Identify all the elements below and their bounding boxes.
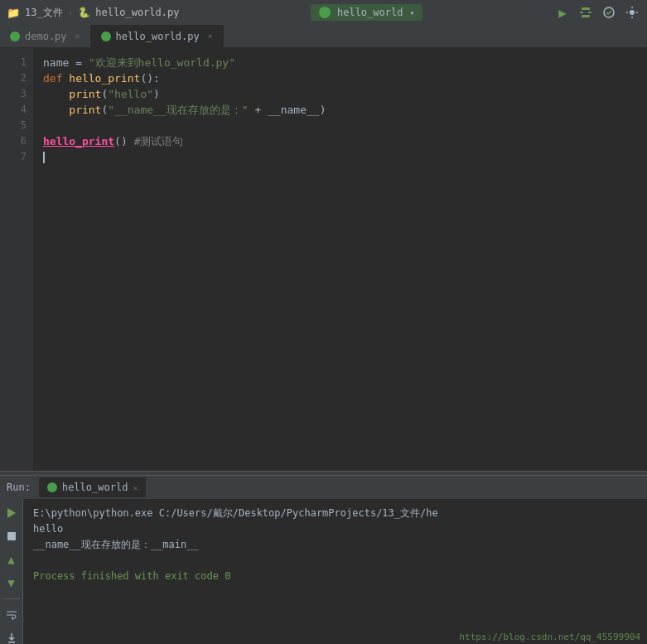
- code-token: [43, 86, 69, 102]
- run-tab-bar: Run: hello_world ✕: [0, 476, 647, 499]
- tab-hello-close[interactable]: ✕: [208, 31, 213, 41]
- output-success-text: Process finished with exit code 0: [33, 569, 230, 584]
- settings-button[interactable]: [624, 4, 640, 21]
- run-button[interactable]: ▶: [554, 4, 571, 21]
- output-hello-line: hello: [33, 521, 637, 537]
- coverage-button[interactable]: [601, 4, 617, 21]
- output-path-text: E:\python\python.exe C:/Users/戴尔/Desktop…: [33, 506, 438, 521]
- code-token: print: [69, 86, 101, 102]
- line-num-5: 5: [0, 118, 27, 133]
- code-token: hello_print: [69, 70, 140, 86]
- file-icon: 🐍: [78, 7, 90, 18]
- run-config-selector[interactable]: hello_world ▾: [311, 4, 423, 21]
- title-bar-left: 📁 13_文件 › 🐍 hello_world.py: [7, 6, 179, 20]
- output-path-line: E:\python\python.exe C:/Users/戴尔/Desktop…: [33, 506, 637, 521]
- code-line-4: print ( "__name__现在存放的是：" + __name__ ): [43, 102, 647, 118]
- pin-button[interactable]: [2, 629, 21, 644]
- svg-rect-0: [582, 7, 590, 10]
- svg-rect-1: [580, 12, 583, 13]
- line-num-7: 7: [0, 149, 27, 165]
- title-bar-actions: ▶: [554, 4, 640, 21]
- text-cursor: [43, 152, 45, 163]
- code-line-2: def hello_print ():: [43, 70, 647, 86]
- run-label: Run:: [7, 482, 31, 493]
- title-bar: 📁 13_文件 › 🐍 hello_world.py hello_world ▾…: [0, 0, 647, 25]
- line-numbers: 1 2 3 4 5 6 7: [0, 48, 33, 471]
- run-toolbar: ▲ ▼: [0, 499, 23, 644]
- divider: [3, 598, 20, 599]
- run-config-label: hello_world: [337, 7, 403, 18]
- chevron-down-icon: ▾: [409, 8, 414, 17]
- bottom-url: https://blog.csdn.net/qq_45599904: [459, 632, 640, 642]
- code-token: "欢迎来到hello_world.py": [89, 55, 235, 70]
- run-panel: Run: hello_world ✕ ▲ ▼: [0, 476, 647, 644]
- code-token: hello_print: [43, 133, 114, 149]
- code-line-1: name = "欢迎来到hello_world.py": [43, 55, 647, 70]
- svg-rect-7: [7, 532, 16, 540]
- code-token: "hello": [108, 86, 153, 102]
- output-name-line: __name__现在存放的是：__main__: [33, 537, 637, 553]
- tab-demo-close[interactable]: ✕: [75, 31, 80, 41]
- separator: ›: [68, 7, 74, 18]
- code-token: [128, 133, 134, 149]
- output-name-text: __name__现在存放的是：__main__: [33, 537, 199, 553]
- stop-button[interactable]: [2, 527, 21, 545]
- line-num-2: 2: [0, 70, 27, 86]
- line-num-6: 6: [0, 133, 27, 149]
- output-success-line: Process finished with exit code 0: [33, 569, 637, 584]
- line-num-4: 4: [0, 102, 27, 118]
- code-token: #测试语句: [134, 133, 184, 149]
- output-hello-text: hello: [33, 521, 63, 537]
- run-body: ▲ ▼: [0, 499, 647, 644]
- soft-wrap-button[interactable]: [2, 606, 21, 624]
- code-line-5: [43, 118, 647, 133]
- code-token: [62, 70, 69, 86]
- bottom-bar: https://blog.csdn.net/qq_45599904: [452, 630, 647, 644]
- code-token: ():: [140, 70, 159, 86]
- folder-icon: 📁: [7, 7, 20, 19]
- rerun-button[interactable]: [2, 504, 21, 522]
- file-name: hello_world.py: [95, 7, 179, 18]
- code-token: __name__: [268, 102, 320, 118]
- code-line-7: [43, 149, 647, 165]
- tab-bar: demo.py ✕ hello_world.py ✕: [0, 25, 647, 48]
- svg-point-5: [630, 10, 635, 15]
- code-editor[interactable]: name = "欢迎来到hello_world.py" def hello_pr…: [33, 48, 647, 471]
- code-token: ): [153, 86, 160, 102]
- code-token: (: [101, 102, 108, 118]
- svg-rect-2: [588, 12, 591, 13]
- line-num-3: 3: [0, 86, 27, 102]
- code-token: [43, 102, 69, 118]
- tab-demo-icon: [10, 31, 20, 41]
- code-token: ): [320, 102, 326, 118]
- svg-rect-3: [582, 15, 590, 17]
- run-output: E:\python\python.exe C:/Users/戴尔/Desktop…: [23, 499, 647, 644]
- code-token: (): [114, 133, 128, 149]
- run-tab-close[interactable]: ✕: [133, 483, 138, 492]
- editor-area[interactable]: 1 2 3 4 5 6 7 name = "欢迎来到hello_world.py…: [0, 48, 647, 471]
- line-num-1: 1: [0, 55, 27, 70]
- code-token: +: [249, 102, 268, 118]
- debug-button[interactable]: [577, 4, 594, 21]
- code-line-6: hello_print () #测试语句: [43, 133, 647, 149]
- folder-name: 13_文件: [25, 6, 63, 20]
- tab-hello-label: hello_world.py: [116, 31, 200, 42]
- code-token: name: [43, 55, 69, 70]
- tab-demo-py[interactable]: demo.py ✕: [0, 25, 91, 47]
- run-tab-label: hello_world: [62, 482, 128, 493]
- code-token: print: [69, 102, 101, 118]
- code-token: "__name__现在存放的是：": [108, 102, 248, 118]
- code-line-3: print ( "hello" ): [43, 86, 647, 102]
- run-tab-hello-world[interactable]: hello_world ✕: [39, 477, 147, 497]
- scroll-down-button[interactable]: ▼: [2, 574, 21, 592]
- code-token: (: [101, 86, 108, 102]
- code-token: =: [69, 55, 88, 70]
- run-config-icon: [319, 7, 331, 18]
- run-tab-icon: [47, 482, 57, 492]
- scroll-up-button[interactable]: ▲: [2, 550, 21, 569]
- svg-marker-6: [7, 508, 16, 518]
- output-blank-line: [33, 553, 637, 569]
- tab-hello-world-py[interactable]: hello_world.py ✕: [91, 25, 224, 47]
- tab-hello-icon: [101, 31, 111, 41]
- code-token: def: [43, 70, 62, 86]
